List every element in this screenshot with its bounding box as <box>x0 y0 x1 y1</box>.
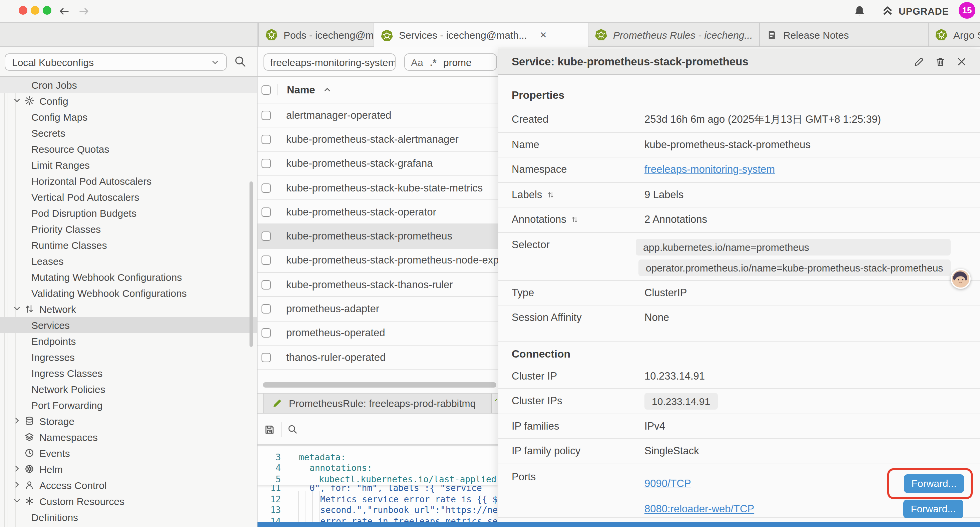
back-arrow-icon[interactable] <box>59 6 69 17</box>
regex-toggle[interactable]: .* <box>430 56 437 68</box>
upgrade-chevrons-icon[interactable] <box>882 5 893 17</box>
table-row[interactable]: prometheus-operated <box>258 321 498 345</box>
save-icon[interactable] <box>264 424 275 435</box>
port-link[interactable]: 9090/TCP <box>644 477 691 489</box>
sidebar-item-services[interactable]: Services <box>0 317 257 333</box>
forward-button[interactable]: Forward... <box>904 474 964 493</box>
sidebar-item-config-maps[interactable]: Config Maps <box>0 109 257 125</box>
tab-prometheus-rules-icecheng[interactable]: Prometheus Rules - icecheng... <box>588 23 759 47</box>
table-row[interactable]: kube-prometheus-stack-kube-state-metrics <box>258 176 498 201</box>
row-checkbox[interactable] <box>261 110 271 120</box>
editor-tab-prometheusrule[interactable]: PrometheusRule: freeleaps-prod-rabbitmq <box>264 393 492 413</box>
sidebar-item-custom-resources[interactable]: Custom Resources <box>0 493 257 509</box>
sort-updown-icon[interactable] <box>571 216 578 224</box>
sidebar-item-network-policies[interactable]: Network Policies <box>0 381 257 397</box>
chevron-right-icon[interactable] <box>13 480 21 489</box>
editor-tab-next[interactable] <box>492 393 498 413</box>
sidebar-item-resource-quotas[interactable]: Resource Quotas <box>0 141 257 157</box>
table-row[interactable]: kube-prometheus-stack-prometheus <box>258 224 498 249</box>
search-icon[interactable] <box>234 56 246 67</box>
editor-tab-sliver[interactable] <box>258 393 264 413</box>
sidebar-item-network[interactable]: Network <box>0 301 257 317</box>
sidebar-item-mutating-webhook-configurations[interactable]: Mutating Webhook Configurations <box>0 269 257 285</box>
sidebar-item-runtime-classes[interactable]: Runtime Classes <box>0 237 257 253</box>
row-checkbox[interactable] <box>261 328 271 338</box>
row-checkbox[interactable] <box>261 256 271 265</box>
editor-search-icon[interactable] <box>288 424 298 434</box>
notifications-bell-icon[interactable] <box>854 5 865 17</box>
sidebar-item-validating-webhook-configurations[interactable]: Validating Webhook Configurations <box>0 285 257 301</box>
tab-services-icecheng-math[interactable]: Services - icecheng@math...✕ <box>374 23 588 47</box>
sidebar-item-definitions[interactable]: Definitions <box>0 509 257 525</box>
namespace-select[interactable]: freeleaps-monitoring-system <box>264 53 396 71</box>
port-link[interactable]: 8080:reloader-web/TCP <box>644 503 754 515</box>
table-row[interactable]: kube-prometheus-stack-grafana <box>258 152 498 176</box>
window-close-light[interactable] <box>19 6 27 15</box>
row-checkbox[interactable] <box>261 159 271 168</box>
table-horizontal-scrollbar[interactable] <box>263 382 496 388</box>
sidebar-item-endpoints[interactable]: Endpoints <box>0 333 257 349</box>
sidebar-item-horizontal-pod-autoscalers[interactable]: Horizontal Pod Autoscalers <box>0 173 257 189</box>
yaml-editor[interactable]: 3metadata:4annotations:5kubectl.kubernet… <box>258 447 498 527</box>
sidebar-item-priority-classes[interactable]: Priority Classes <box>0 221 257 237</box>
chevron-right-icon[interactable] <box>13 464 21 473</box>
row-checkbox[interactable] <box>261 207 271 217</box>
sort-updown-icon[interactable] <box>547 191 554 199</box>
table-row[interactable]: prometheus-adapter <box>258 297 498 322</box>
chevron-down-icon[interactable] <box>13 96 21 105</box>
filter-input[interactable]: Aa .* prome <box>404 53 497 71</box>
sidebar-item-vertical-pod-autoscalers[interactable]: Vertical Pod Autoscalers <box>0 189 257 205</box>
row-checkbox[interactable] <box>261 135 271 144</box>
sidebar-item-cron-jobs[interactable]: Cron Jobs <box>0 77 257 93</box>
sidebar-item-ingress-classes[interactable]: Ingress Classes <box>0 365 257 381</box>
row-checkbox[interactable] <box>261 183 271 193</box>
edit-pencil-icon[interactable] <box>914 57 924 67</box>
sidebar-item-secrets[interactable]: Secrets <box>0 125 257 141</box>
delete-trash-icon[interactable] <box>935 57 945 67</box>
tab-argo-se[interactable]: Argo Se <box>928 23 980 47</box>
account-badge[interactable]: 15 <box>959 2 975 19</box>
sidebar-item-events[interactable]: Events <box>0 445 257 461</box>
close-tab-icon[interactable]: ✕ <box>540 30 547 40</box>
sidebar-item-port-forwarding[interactable]: Port Forwarding <box>0 397 257 413</box>
row-checkbox[interactable] <box>261 231 271 241</box>
tab-release-notes[interactable]: Release Notes <box>759 23 928 47</box>
forward-button[interactable]: Forward... <box>903 499 963 518</box>
upgrade-label[interactable]: UPGRADE <box>899 6 949 17</box>
table-row[interactable]: kube-prometheus-stack-thanos-ruler <box>258 273 498 297</box>
tab-pods-icecheng-mathmas[interactable]: Pods - icecheng@mathmas... <box>258 23 374 47</box>
chevron-down-icon[interactable] <box>13 496 21 505</box>
code-text: Metrics service error rate is {{ $va <box>281 494 498 504</box>
row-checkbox[interactable] <box>261 304 271 314</box>
sidebar-item-helm[interactable]: Helm <box>0 461 257 477</box>
sidebar-item-storage[interactable]: Storage <box>0 413 257 429</box>
avatar[interactable] <box>951 269 970 289</box>
detail-link[interactable]: freeleaps-monitoring-system <box>644 164 775 176</box>
sidebar-scrollbar[interactable] <box>250 182 253 347</box>
sidebar-item-pod-disruption-budgets[interactable]: Pod Disruption Budgets <box>0 205 257 221</box>
table-row[interactable]: kube-prometheus-stack-operator <box>258 200 498 224</box>
kubeconfig-select[interactable]: Local Kubeconfigs <box>5 53 227 71</box>
chevron-down-icon[interactable] <box>13 304 21 313</box>
sidebar-item-limit-ranges[interactable]: Limit Ranges <box>0 157 257 173</box>
window-zoom-light[interactable] <box>43 6 51 15</box>
close-icon[interactable] <box>957 57 967 67</box>
select-all-checkbox[interactable] <box>261 85 271 94</box>
sidebar-item-leases[interactable]: Leases <box>0 253 257 269</box>
sort-asc-icon[interactable] <box>323 85 332 94</box>
sidebar-item-config[interactable]: Config <box>0 93 257 109</box>
name-column-header[interactable]: Name <box>287 84 315 96</box>
chevron-right-icon[interactable] <box>13 416 21 425</box>
table-row[interactable]: thanos-ruler-operated <box>258 345 498 370</box>
sidebar-item-access-control[interactable]: Access Control <box>0 477 257 493</box>
window-minimize-light[interactable] <box>31 6 39 15</box>
table-row[interactable]: kube-prometheus-stack-alertmanager <box>258 128 498 152</box>
table-row[interactable]: kube-prometheus-stack-prometheus-node-ex… <box>258 249 498 273</box>
sidebar-item-ingresses[interactable]: Ingresses <box>0 349 257 365</box>
match-case-toggle[interactable]: Aa <box>411 56 423 68</box>
sidebar-item-namespaces[interactable]: Namespaces <box>0 429 257 445</box>
row-checkbox[interactable] <box>261 353 271 362</box>
table-row[interactable]: alertmanager-operated <box>258 103 498 128</box>
row-checkbox[interactable] <box>261 280 271 289</box>
forward-arrow-icon[interactable] <box>79 6 89 17</box>
